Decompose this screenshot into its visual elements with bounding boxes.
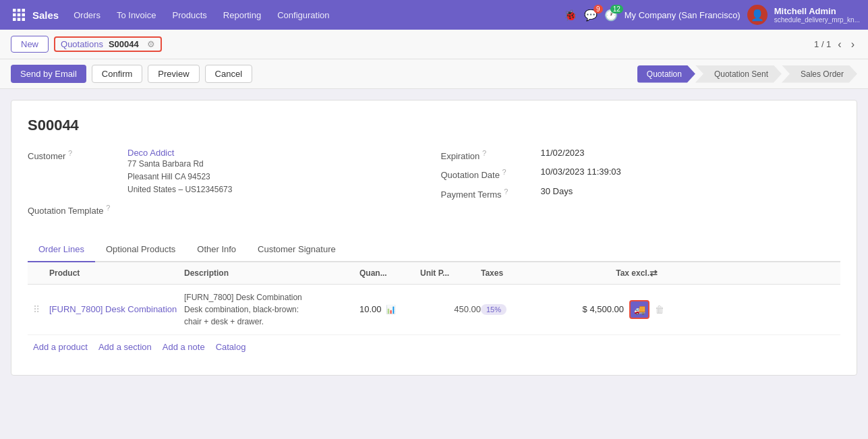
user-name: Mitchell Admin [774,6,860,16]
desc-line2: Desk combination, black-brown: [184,303,359,316]
status-sales-order[interactable]: Sales Order [782,65,857,83]
product-name[interactable]: [FURN_7800] Desk Combination [49,304,184,314]
address-line2: Pleasant Hill CA 94523 [127,171,232,183]
col-quantity: Quan... [359,268,420,278]
desc-line3: chair + desk + drawer. [184,316,359,328]
main-content: S00044 Customer ? Deco Addict 77 Santa B… [11,100,857,376]
status-quotation[interactable]: Quotation [637,65,695,83]
drag-handle-icon[interactable]: ⠿ [33,304,49,315]
company-name[interactable]: My Company (San Francisco) [625,10,741,20]
product-description: [FURN_7800] Desk Combination Desk combin… [184,291,359,328]
breadcrumb-current: S00044 [109,39,139,49]
breadcrumb-highlight: Quotations S00044 ⚙ [54,36,162,52]
column-adjust-icon[interactable]: ⇄ [649,268,676,279]
payment-terms-label: Payment Terms ? [441,186,536,200]
catalog-link[interactable]: Catalog [216,342,246,352]
add-section-link[interactable]: Add a section [98,342,152,352]
confirm-button[interactable]: Confirm [92,65,143,83]
bug-icon[interactable]: 🐞 [564,9,577,22]
tab-order-lines[interactable]: Order Lines [28,237,95,262]
record-title: S00044 [28,117,840,134]
delivery-icon-button[interactable]: 🚚 [629,300,649,319]
status-quotation-sent[interactable]: Quotation Sent [695,65,782,83]
svg-rect-8 [22,18,26,22]
quotation-date-help[interactable]: ? [502,168,507,176]
tab-customer-signature[interactable]: Customer Signature [247,237,347,262]
desc-line1: [FURN_7800] Desk Combination [184,291,359,303]
col-product: Product [49,268,184,278]
payment-terms-field: Payment Terms ? 30 Days [441,186,841,200]
cancel-button[interactable]: Cancel [205,65,252,83]
activity-badge: 12 [610,5,623,13]
template-help[interactable]: ? [106,204,110,212]
quotation-date-label: Quotation Date ? [441,167,536,180]
quantity-cell: 10.00 📊 [359,304,420,314]
action-bar: Send by Email Confirm Preview Cancel Quo… [0,59,868,89]
add-note-link[interactable]: Add a note [163,342,205,352]
template-label: Quotation Template ? [28,202,122,216]
forecast-chart-icon[interactable]: 📊 [386,305,396,314]
svg-rect-1 [18,9,21,12]
send-email-button[interactable]: Send by Email [11,65,86,83]
status-flow: Quotation Quotation Sent Sales Order [637,65,857,83]
address-line1: 77 Santa Barbara Rd [127,158,232,171]
tax-badge: 15% [481,304,562,314]
nav-orders[interactable]: Orders [67,6,107,24]
user-avatar[interactable]: 👤 [747,5,768,25]
nav-products[interactable]: Products [165,6,213,24]
payment-terms-value: 30 Days [541,186,573,196]
breadcrumb-parent[interactable]: Quotations [61,39,103,49]
user-info[interactable]: Mitchell Admin schedule_delivery_mrp_kn.… [774,6,860,24]
chat-icon[interactable]: 💬 9 [584,9,598,22]
form-grid: Customer ? Deco Addict 77 Santa Barbara … [28,148,840,221]
payment-terms-help[interactable]: ? [504,187,508,196]
address-line3: United States – US12345673 [127,183,232,196]
customer-help[interactable]: ? [68,149,72,157]
activity-icon[interactable]: 🕐 12 [604,9,618,22]
tax-value[interactable]: 15% [481,304,507,315]
svg-rect-7 [18,18,21,22]
table-footer: Add a product Add a section Add a note C… [28,335,840,359]
expiration-value: 11/02/2023 [541,148,585,158]
unit-price-value: 450.00 [420,304,481,314]
nav-to-invoice[interactable]: To Invoice [110,6,163,24]
quantity-value: 10.00 [359,304,382,314]
user-subtitle: schedule_delivery_mrp_kn... [774,16,860,24]
tab-optional-products[interactable]: Optional Products [95,237,186,262]
add-product-link[interactable]: Add a product [33,342,88,352]
tabs: Order Lines Optional Products Other Info… [28,237,840,262]
nav-configuration[interactable]: Configuration [270,6,336,24]
col-taxes: Taxes [481,268,562,278]
app-grid-icon[interactable] [8,4,30,26]
pagination-text: 1 / 1 [814,39,831,49]
pagination-prev[interactable]: ‹ [835,38,844,51]
expiration-label: Expiration ? [441,148,536,161]
pagination: 1 / 1 ‹ › [814,38,857,51]
col-unit-price: Unit P... [420,268,481,278]
svg-rect-5 [22,13,26,17]
quotation-date-field: Quotation Date ? 10/03/2023 11:39:03 [441,167,841,180]
svg-rect-2 [22,9,26,12]
tax-excl-value: $ 4,500.00 [583,304,624,314]
customer-address: 77 Santa Barbara Rd Pleasant Hill CA 945… [127,158,232,197]
chat-badge: 9 [594,5,603,13]
new-button[interactable]: New [11,36,49,53]
breadcrumb-bar: New Quotations S00044 ⚙ 1 / 1 ‹ › [0,30,868,59]
svg-rect-3 [13,13,16,17]
customer-name[interactable]: Deco Addict [127,148,232,158]
tab-other-info[interactable]: Other Info [186,237,247,262]
expiration-help[interactable]: ? [482,149,486,157]
svg-rect-0 [13,9,16,12]
preview-button[interactable]: Preview [148,65,199,83]
brand-label[interactable]: Sales [32,9,59,21]
pagination-next[interactable]: › [848,38,857,51]
customer-label: Customer ? [28,148,122,161]
table-header: Product Description Quan... Unit P... Ta… [28,262,840,285]
svg-rect-4 [18,13,21,17]
delete-row-icon[interactable]: 🗑 [655,304,676,315]
gear-icon[interactable]: ⚙ [147,39,155,49]
col-tax-excl: Tax excl. [562,268,649,278]
svg-rect-6 [13,18,16,22]
nav-reporting[interactable]: Reporting [216,6,268,24]
quotation-date-value: 10/03/2023 11:39:03 [541,167,621,177]
